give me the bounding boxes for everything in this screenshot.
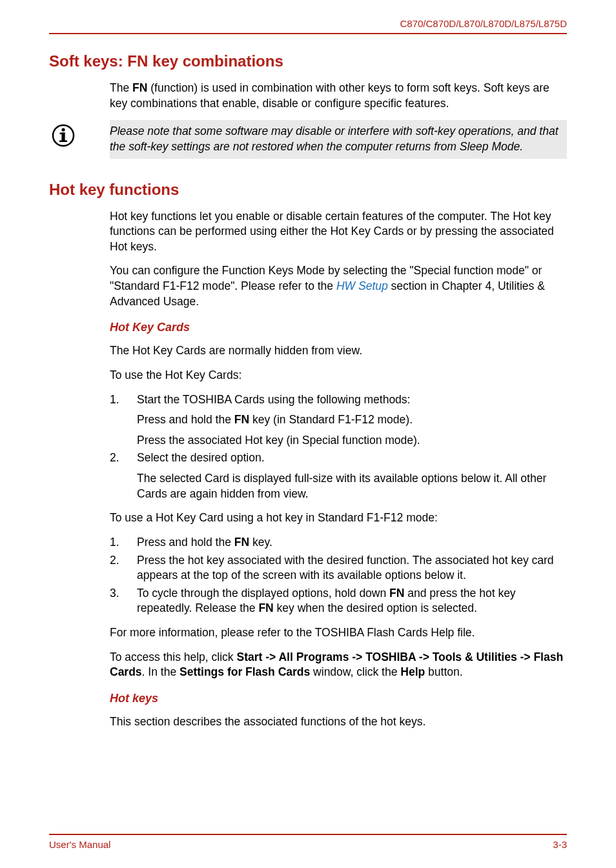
text: To access this help, click bbox=[110, 651, 236, 663]
hkc-list2: 1. Press and hold the FN key. 2. Press t… bbox=[110, 535, 567, 616]
fn-bold: FN bbox=[389, 587, 404, 600]
footer: User's Manual 3-3 bbox=[49, 834, 567, 850]
fn-bold: FN bbox=[234, 413, 249, 426]
info-icon bbox=[52, 124, 75, 147]
list-number: 1. bbox=[110, 535, 137, 550]
text: Press the hot key associated with the de… bbox=[137, 553, 567, 583]
list-item: 1. Press and hold the FN key. bbox=[110, 535, 567, 550]
softkeys-paragraph: The FN (function) is used in combination… bbox=[110, 81, 567, 111]
info-icon-cell bbox=[49, 120, 110, 147]
hkc-p1: The Hot Key Cards are normally hidden fr… bbox=[110, 343, 567, 359]
text: key. bbox=[249, 536, 272, 549]
svg-rect-4 bbox=[59, 141, 67, 143]
note-callout: Please note that some software may disab… bbox=[49, 120, 567, 158]
help-button-label: Help bbox=[400, 665, 425, 678]
fn-bold: FN bbox=[258, 601, 273, 614]
text: window, click the bbox=[310, 665, 400, 678]
footer-left: User's Manual bbox=[49, 839, 110, 850]
text: (function) is used in combination with o… bbox=[110, 81, 549, 110]
hkc-list1: 1. Start the TOSHIBA Cards using the fol… bbox=[110, 392, 567, 502]
text: The selected Card is displayed full-size… bbox=[137, 471, 567, 501]
footer-page-number: 3-3 bbox=[553, 839, 567, 850]
list-item: 3. To cycle through the displayed option… bbox=[110, 586, 567, 616]
heading-soft-keys: Soft keys: FN key combinations bbox=[49, 52, 567, 70]
list-number: 2. bbox=[110, 450, 137, 501]
fn-bold: FN bbox=[234, 536, 249, 549]
list-number: 3. bbox=[110, 586, 137, 616]
heading-hot-keys: Hot keys bbox=[110, 692, 567, 705]
hkc-p4: For more information, please refer to th… bbox=[110, 625, 567, 641]
text: Press and hold the FN key. bbox=[137, 535, 567, 550]
heading-hot-key-functions: Hot key functions bbox=[49, 181, 567, 199]
list-number: 1. bbox=[110, 392, 137, 449]
list-item: 2. Press the hot key associated with the… bbox=[110, 553, 567, 583]
hotkey-p1: Hot key functions let you enable or disa… bbox=[110, 209, 567, 255]
text: Press the associated Hot key (in Special… bbox=[137, 433, 567, 449]
text: Press and hold the FN key (in Standard F… bbox=[137, 412, 567, 428]
svg-point-1 bbox=[61, 128, 65, 132]
text: Press and hold the bbox=[137, 536, 234, 549]
hkc-p5: To access this help, click Start -> All … bbox=[110, 650, 567, 680]
text: Start the TOSHIBA Cards using the follow… bbox=[137, 392, 567, 408]
text: To cycle through the displayed options, … bbox=[137, 587, 389, 600]
text: button. bbox=[425, 665, 462, 678]
hw-setup-link[interactable]: HW Setup bbox=[336, 279, 388, 292]
text: . In the bbox=[142, 665, 180, 678]
heading-hot-key-cards: Hot Key Cards bbox=[110, 321, 567, 334]
text: Press and hold the bbox=[137, 413, 234, 426]
text: key when the desired option is selected. bbox=[274, 601, 477, 614]
text: To cycle through the displayed options, … bbox=[137, 586, 567, 616]
header-model-line: C870/C870D/L870/L870D/L875/L875D bbox=[49, 18, 567, 34]
text: key (in Standard F1-F12 mode). bbox=[249, 413, 413, 426]
list-item: 1. Start the TOSHIBA Cards using the fol… bbox=[110, 392, 567, 449]
list-item: 2. Select the desired option. The select… bbox=[110, 450, 567, 501]
window-name: Settings for Flash Cards bbox=[180, 665, 310, 678]
hkc-p2: To use the Hot Key Cards: bbox=[110, 368, 567, 383]
fn-bold: FN bbox=[132, 81, 147, 94]
hkc-p3: To use a Hot Key Card using a hot key in… bbox=[110, 510, 567, 526]
note-text: Please note that some software may disab… bbox=[110, 120, 567, 158]
hotkeys-p1: This section describes the associated fu… bbox=[110, 714, 567, 730]
list-number: 2. bbox=[110, 553, 137, 583]
hotkey-p2: You can configure the Function Keys Mode… bbox=[110, 263, 567, 309]
svg-rect-3 bbox=[60, 133, 65, 135]
text: Select the desired option. bbox=[137, 450, 567, 466]
text: The bbox=[110, 81, 132, 94]
